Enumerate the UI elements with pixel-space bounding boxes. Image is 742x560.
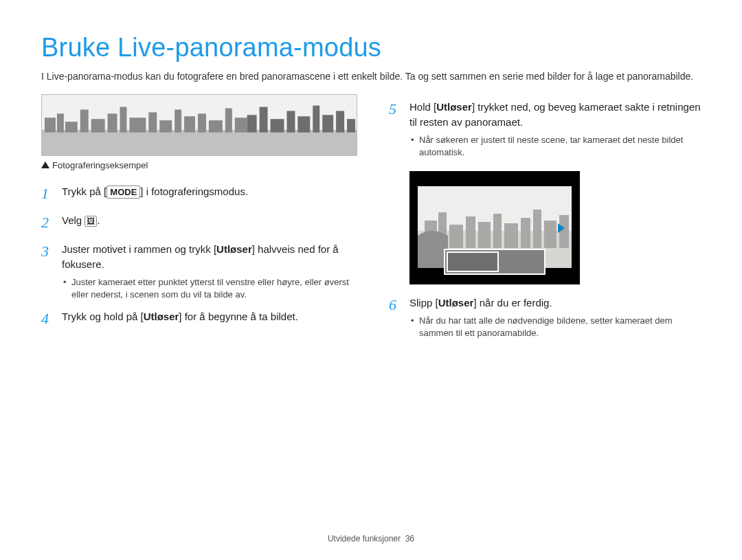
- svg-rect-17: [235, 118, 247, 133]
- svg-rect-15: [209, 120, 223, 133]
- step-body: Hold [Utløser] trykket ned, og beveg kam…: [409, 100, 701, 160]
- step-body: Slipp [Utløser] når du er ferdig. Når du…: [409, 295, 701, 341]
- svg-rect-5: [80, 110, 89, 133]
- right-column: 5 Hold [Utløser] trykket ned, og beveg k…: [389, 94, 701, 348]
- panorama-progress-strip: [444, 249, 546, 275]
- step-body: Trykk og hold på [Utløser] for å begynne…: [62, 309, 357, 324]
- svg-rect-10: [148, 113, 157, 133]
- svg-rect-29: [449, 225, 463, 248]
- mode-button-label: MODE: [106, 186, 140, 199]
- step-1: 1 Trykk på [MODE] i fotograferingsmodus.: [41, 184, 357, 206]
- panorama-example-image: [41, 94, 357, 156]
- two-column-layout: Fotograferingseksempel 1 Trykk på [MODE]…: [41, 94, 701, 348]
- svg-rect-16: [225, 109, 232, 133]
- svg-rect-19: [260, 107, 268, 133]
- step-5: 5 Hold [Utløser] trykket ned, og beveg k…: [389, 100, 701, 160]
- step-sub-bullets: Når søkeren er justert til neste scene, …: [409, 130, 701, 159]
- captured-frame-indicator: [447, 251, 499, 272]
- step-body: Trykk på [MODE] i fotograferingsmodus.: [62, 184, 357, 199]
- step-6: 6 Slipp [Utløser] når du er ferdig. Når …: [389, 295, 701, 341]
- triangle-up-icon: [41, 161, 49, 168]
- steps-list-right: 5 Hold [Utløser] trykket ned, og beveg k…: [389, 100, 701, 160]
- page-title: Bruke Live-panorama-modus: [41, 33, 701, 63]
- step-3: 3 Juster motivet i rammen og trykk [Utlø…: [41, 242, 357, 302]
- footer-section-name: Utvidede funksjoner: [328, 534, 401, 544]
- svg-rect-24: [322, 115, 333, 133]
- svg-rect-2: [45, 118, 56, 133]
- svg-rect-7: [108, 114, 117, 133]
- step-body: Velg 🖼.: [62, 213, 357, 228]
- sub-bullet: Juster kameraet etter punktet ytterst ti…: [62, 276, 357, 301]
- svg-rect-12: [175, 110, 181, 133]
- steps-list-right-2: 6 Slipp [Utløser] når du er ferdig. Når …: [389, 295, 701, 341]
- svg-rect-20: [271, 119, 284, 133]
- svg-rect-34: [521, 218, 530, 248]
- skyline-illustration: [42, 95, 357, 155]
- step-2: 2 Velg 🖼.: [41, 213, 357, 235]
- svg-rect-31: [478, 222, 491, 248]
- svg-rect-33: [504, 223, 518, 248]
- svg-rect-30: [466, 216, 475, 248]
- svg-rect-14: [198, 114, 206, 133]
- step-sub-bullets: Når du har tatt alle de nødvendige bilde…: [409, 311, 701, 339]
- camera-lcd-preview: [409, 171, 580, 284]
- step-body: Juster motivet i rammen og trykk [Utløse…: [62, 242, 357, 302]
- step-number: 1: [41, 183, 58, 205]
- svg-rect-8: [120, 107, 127, 133]
- svg-rect-23: [313, 106, 319, 133]
- example-caption: Fotograferingseksempel: [41, 160, 357, 170]
- svg-rect-36: [544, 221, 556, 248]
- svg-rect-13: [184, 117, 195, 133]
- page-number: 36: [405, 534, 414, 544]
- step-number: 4: [41, 308, 58, 330]
- steps-list-left: 1 Trykk på [MODE] i fotograferingsmodus.…: [41, 184, 357, 331]
- svg-rect-4: [65, 122, 78, 133]
- svg-rect-21: [286, 111, 295, 133]
- step-number: 6: [389, 294, 405, 316]
- panorama-mode-icon: 🖼: [85, 216, 97, 227]
- svg-rect-35: [533, 210, 541, 248]
- sub-bullet: Når du har tatt alle de nødvendige bilde…: [409, 315, 701, 339]
- step-number: 5: [389, 98, 405, 120]
- svg-rect-9: [129, 118, 146, 133]
- left-column: Fotograferingseksempel 1 Trykk på [MODE]…: [41, 94, 357, 348]
- step-number: 2: [41, 212, 58, 234]
- manual-page: Bruke Live-panorama-modus I Live-panoram…: [0, 0, 742, 560]
- svg-rect-25: [336, 111, 344, 133]
- svg-rect-26: [347, 119, 355, 133]
- step-number: 3: [41, 240, 58, 262]
- svg-rect-3: [57, 114, 64, 133]
- sub-bullet: Når søkeren er justert til neste scene, …: [409, 134, 701, 159]
- svg-rect-22: [297, 117, 310, 133]
- svg-rect-18: [247, 115, 257, 133]
- svg-rect-1: [42, 130, 357, 155]
- intro-paragraph: I Live-panorama-modus kan du fotografere…: [41, 69, 701, 83]
- step-4: 4 Trykk og hold på [Utløser] for å begyn…: [41, 309, 357, 331]
- example-caption-text: Fotograferingseksempel: [52, 160, 148, 170]
- pan-direction-arrow-icon: [558, 223, 565, 233]
- page-footer: Utvidede funksjoner 36: [0, 534, 742, 544]
- svg-rect-6: [91, 119, 105, 133]
- svg-rect-11: [159, 120, 172, 133]
- svg-rect-32: [493, 214, 502, 248]
- step-sub-bullets: Juster kameraet etter punktet ytterst ti…: [62, 272, 357, 301]
